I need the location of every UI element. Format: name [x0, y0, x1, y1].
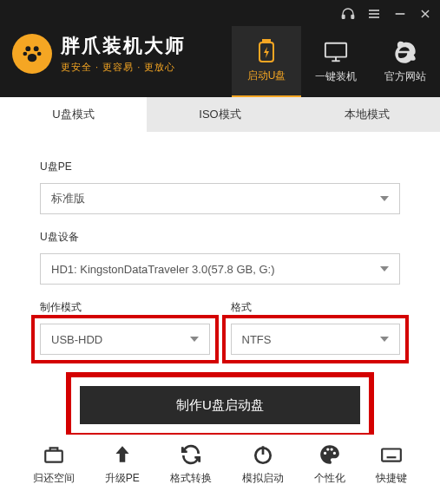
- mode-value: USB-HDD: [51, 333, 102, 346]
- app-title: 胖爪装机大师: [61, 33, 186, 59]
- logo-icon: [12, 34, 52, 74]
- mode-tabs: U盘模式 ISO模式 本地模式: [0, 97, 440, 132]
- nav-boot-usb[interactable]: 启动U盘: [232, 26, 301, 97]
- footer-format-convert[interactable]: 格式转换: [170, 443, 212, 486]
- highlight-main-button: 制作U盘启动盘: [66, 372, 374, 438]
- nav-one-click[interactable]: 一键装机: [301, 26, 371, 97]
- device-value: HD1: KingstonDataTraveler 3.0(57.8 GB, G…: [51, 263, 274, 276]
- svg-point-11: [37, 51, 42, 56]
- format-value: NTFS: [242, 333, 272, 346]
- highlight-mode: USB-HDD: [31, 315, 219, 363]
- app-subtitle: 更安全 · 更容易 · 更放心: [61, 61, 186, 74]
- headset-icon[interactable]: [341, 7, 355, 24]
- footer-restore-space[interactable]: 归还空间: [33, 443, 75, 486]
- format-label: 格式: [231, 300, 401, 315]
- svg-point-10: [23, 51, 28, 56]
- footer-label: 升级PE: [105, 471, 140, 486]
- pe-value: 标准版: [51, 191, 85, 206]
- format-select[interactable]: NTFS: [231, 324, 401, 355]
- app-header: 胖爪装机大师 更安全 · 更容易 · 更放心 启动U盘 一键装机 官方网站: [0, 0, 440, 97]
- footer-label: 归还空间: [33, 471, 75, 486]
- chevron-down-icon: [380, 266, 389, 272]
- battery-icon: [254, 39, 279, 63]
- nav-website[interactable]: 官方网站: [371, 26, 440, 97]
- svg-rect-15: [325, 43, 346, 56]
- svg-point-8: [25, 46, 30, 51]
- nav-label: 一键装机: [315, 69, 357, 84]
- footer-upgrade-pe[interactable]: 升级PE: [105, 443, 140, 486]
- arrow-up-icon: [111, 443, 134, 466]
- device-label: U盘设备: [40, 230, 400, 245]
- chevron-down-icon: [380, 196, 389, 201]
- footer-shortcut[interactable]: 快捷键: [376, 443, 407, 486]
- form-content: U盘PE 标准版 U盘设备 HD1: KingstonDataTraveler …: [0, 132, 440, 455]
- ie-icon: [393, 40, 417, 64]
- svg-rect-1: [351, 15, 354, 18]
- svg-rect-18: [45, 450, 62, 461]
- device-select[interactable]: HD1: KingstonDataTraveler 3.0(57.8 GB, G…: [40, 253, 400, 285]
- pe-label: U盘PE: [40, 160, 400, 174]
- svg-rect-21: [383, 448, 402, 461]
- menu-icon[interactable]: [367, 7, 381, 24]
- tab-local-mode[interactable]: 本地模式: [293, 97, 440, 132]
- svg-rect-0: [342, 15, 345, 18]
- footer-toolbar: 归还空间 升级PE 格式转换 模拟启动 个性化 快捷键: [0, 435, 440, 504]
- chevron-down-icon: [380, 337, 389, 342]
- palette-icon: [319, 443, 341, 466]
- svg-point-12: [28, 54, 37, 62]
- field-pe: U盘PE 标准版: [40, 160, 400, 214]
- mode-label: 制作模式: [40, 300, 210, 315]
- highlight-format: NTFS: [222, 315, 410, 363]
- footer-label: 模拟启动: [242, 471, 284, 486]
- field-device: U盘设备 HD1: KingstonDataTraveler 3.0(57.8 …: [40, 230, 400, 285]
- svg-rect-14: [263, 40, 270, 43]
- minimize-icon[interactable]: [393, 7, 407, 24]
- close-icon[interactable]: [419, 8, 431, 23]
- tab-usb-mode[interactable]: U盘模式: [0, 97, 147, 132]
- footer-label: 个性化: [314, 471, 345, 486]
- tab-iso-mode[interactable]: ISO模式: [147, 97, 293, 132]
- footer-label: 快捷键: [376, 471, 407, 486]
- pe-select[interactable]: 标准版: [40, 183, 400, 214]
- chevron-down-icon: [190, 337, 199, 342]
- power-icon: [252, 443, 274, 466]
- brand: 胖爪装机大师 更安全 · 更容易 · 更放心: [12, 33, 186, 74]
- mode-select[interactable]: USB-HDD: [40, 324, 210, 355]
- main-nav: 启动U盘 一键装机 官方网站: [232, 26, 440, 97]
- svg-point-9: [34, 46, 39, 51]
- footer-label: 格式转换: [170, 471, 212, 486]
- monitor-icon: [324, 40, 348, 64]
- footer-simulate-boot[interactable]: 模拟启动: [242, 443, 284, 486]
- keyboard-icon: [380, 443, 403, 466]
- nav-label: 启动U盘: [247, 69, 286, 83]
- refresh-icon: [180, 443, 202, 466]
- create-usb-button[interactable]: 制作U盘启动盘: [80, 386, 360, 424]
- briefcase-icon: [43, 443, 65, 466]
- titlebar-controls: [341, 7, 431, 24]
- footer-personalize[interactable]: 个性化: [314, 443, 345, 486]
- nav-label: 官方网站: [384, 69, 426, 84]
